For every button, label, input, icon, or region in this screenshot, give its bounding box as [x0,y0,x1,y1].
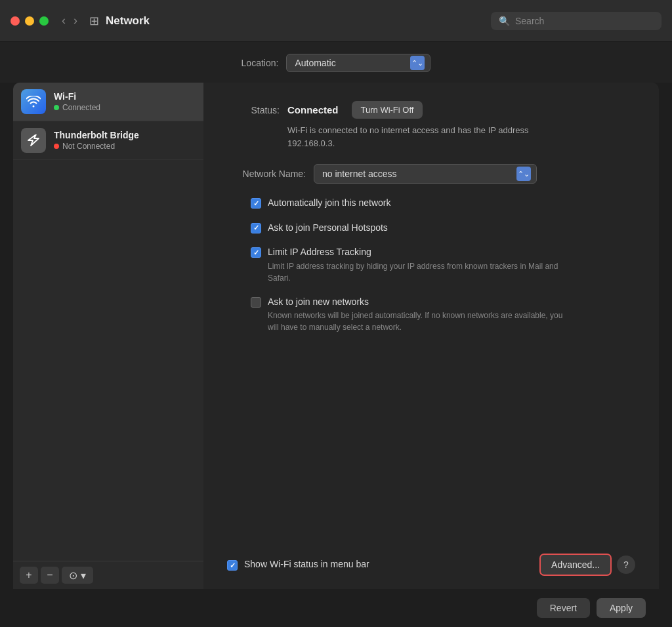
footer-buttons: Revert Apply [13,589,659,627]
tb-status-text: Not Connected [62,142,115,151]
search-input[interactable] [515,16,654,26]
new-networks-row: Ask to join new networks Known networks … [251,296,635,334]
footer-area: Revert Apply [0,589,672,627]
limit-ip-label: Limit IP Address Tracking [268,247,371,257]
network-name-label: Network Name: [227,169,306,179]
thunderbolt-network-icon [21,128,46,153]
window-title: Network [106,14,491,28]
show-wifi-check: ✓ [230,561,236,570]
nav-arrows: ‹ › [59,12,80,29]
more-options-button[interactable]: ⊙ ▾ [62,567,93,584]
sidebar-item-thunderbolt[interactable]: Thunderbolt Bridge Not Connected [13,121,203,160]
body-split: Wi-Fi Connected [0,83,672,589]
limit-ip-text-block: Limit IP Address Tracking Limit IP addre… [268,246,570,284]
personal-hotspot-label: Ask to join Personal Hotspots [268,222,388,235]
location-chevron-icon: ⌃⌄ [410,56,425,70]
sidebar: Wi-Fi Connected [13,83,203,589]
location-label: Location: [242,58,279,68]
forward-button[interactable]: › [71,12,80,29]
status-value: Connected [287,104,339,115]
wifi-item-status: Connected [54,103,100,112]
sidebar-bottom-bar: + − ⊙ ▾ [13,561,203,589]
disconnected-dot [54,144,59,149]
limit-ip-checkbox[interactable]: ✓ [251,247,261,258]
status-description: Wi-Fi is connected to no internet access… [287,124,563,150]
close-button[interactable] [10,16,20,26]
network-name-value: no internet access [322,169,516,179]
revert-button[interactable]: Revert [537,598,590,618]
main-content: Location: Automatic ⌃⌄ [0,42,672,627]
help-button[interactable]: ? [617,556,635,574]
auto-join-label: Automatically join this network [268,197,391,210]
personal-hotspot-group: ✓ Ask to join Personal Hotspots [251,222,635,236]
wifi-network-icon [21,89,46,114]
wifi-item-name: Wi-Fi [54,91,100,102]
checkboxes-section: ✓ Automatically join this network ✓ Ask … [251,197,635,341]
location-bar: Location: Automatic ⌃⌄ [0,42,672,83]
bottom-section: ✓ Show Wi-Fi status in menu bar Advanced… [227,554,635,576]
show-wifi-checkbox[interactable]: ✓ [227,560,238,571]
new-networks-checkbox[interactable] [251,297,261,308]
minimize-button[interactable] [25,16,34,26]
new-networks-label: Ask to join new networks [268,296,369,307]
new-networks-text-block: Ask to join new networks Known networks … [268,296,570,334]
wifi-item-info: Wi-Fi Connected [54,91,100,112]
tb-item-status: Not Connected [54,142,139,151]
tb-item-info: Thunderbolt Bridge Not Connected [54,130,139,151]
show-wifi-row: ✓ Show Wi-Fi status in menu bar Advanced… [227,554,635,576]
maximize-button[interactable] [39,16,49,26]
auto-join-check: ✓ [253,199,259,208]
add-network-button[interactable]: + [20,567,38,584]
titlebar: ‹ › ⊞ Network 🔍 [0,0,672,42]
back-button[interactable]: ‹ [59,12,68,29]
new-networks-group: Ask to join new networks Known networks … [251,296,635,335]
auto-join-row: ✓ Automatically join this network [251,197,635,210]
status-label: Status: [227,105,280,115]
personal-hotspot-checkbox[interactable]: ✓ [251,223,261,233]
turn-wifi-button[interactable]: Turn Wi-Fi Off [352,101,423,119]
right-panel: Status: Connected Turn Wi-Fi Off Wi-Fi i… [203,83,659,589]
auto-join-checkbox[interactable]: ✓ [251,198,261,209]
network-name-select[interactable]: no internet access ⌃⌄ [314,164,537,184]
sidebar-list: Wi-Fi Connected [13,83,203,561]
tb-item-name: Thunderbolt Bridge [54,130,139,140]
location-select[interactable]: Automatic ⌃⌄ [286,54,430,72]
status-row: Status: Connected Turn Wi-Fi Off [227,101,635,119]
location-value: Automatic [295,58,410,68]
window-controls [10,16,49,26]
search-icon: 🔍 [499,16,510,26]
grid-icon[interactable]: ⊞ [89,14,99,28]
limit-ip-check: ✓ [253,249,259,257]
remove-network-button[interactable]: − [41,567,59,584]
limit-ip-group: ✓ Limit IP Address Tracking Limit IP add… [251,246,635,285]
new-networks-description: Known networks will be joined automatica… [268,310,570,333]
search-bar: 🔍 [491,12,662,30]
limit-ip-row: ✓ Limit IP Address Tracking Limit IP add… [251,246,635,284]
network-name-row: Network Name: no internet access ⌃⌄ [227,164,635,184]
personal-hotspot-check: ✓ [253,224,259,232]
network-chevron-icon: ⌃⌄ [516,167,531,181]
advanced-button[interactable]: Advanced... [539,554,612,576]
show-wifi-label: Show Wi-Fi status in menu bar [244,558,369,571]
wifi-status-text: Connected [62,103,100,112]
apply-button[interactable]: Apply [597,598,646,618]
connected-dot [54,105,59,110]
limit-ip-description: Limit IP address tracking by hiding your… [268,260,570,284]
personal-hotspot-row: ✓ Ask to join Personal Hotspots [251,222,635,235]
sidebar-item-wifi[interactable]: Wi-Fi Connected [13,83,203,121]
auto-join-group: ✓ Automatically join this network [251,197,635,211]
